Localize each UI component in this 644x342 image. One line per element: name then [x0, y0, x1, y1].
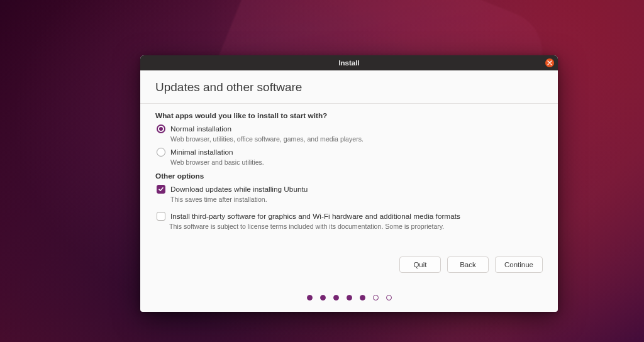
continue-button[interactable]: Continue — [495, 256, 543, 273]
checkbox-download-updates[interactable] — [157, 185, 165, 194]
radio-minimal-label: Minimal installation — [170, 148, 233, 157]
checkbox-third-party-desc: This software is subject to license term… — [155, 222, 543, 231]
radio-minimal-desc: Web browser and basic utilities. — [155, 158, 543, 167]
divider — [140, 103, 558, 104]
checkbox-third-party[interactable] — [157, 212, 165, 221]
progress-dot-4 — [347, 295, 352, 301]
progress-dot-6 — [373, 295, 379, 301]
close-button[interactable] — [545, 58, 554, 67]
progress-dot-7 — [386, 295, 392, 301]
radio-normal-installation[interactable] — [157, 124, 165, 133]
checkbox-third-party-label: Install third-party software for graphic… — [170, 212, 460, 221]
progress-dot-2 — [320, 295, 326, 301]
radio-normal-label: Normal installation — [170, 124, 231, 133]
checkbox-download-updates-row[interactable]: Download updates while installing Ubuntu — [155, 185, 543, 194]
checkbox-download-desc: This saves time after installation. — [155, 195, 543, 204]
close-icon — [547, 60, 552, 65]
radio-minimal-installation[interactable] — [157, 148, 165, 157]
checkmark-icon — [158, 186, 164, 192]
titlebar: Install — [140, 55, 558, 70]
dialog-content: Updates and other software What apps wou… — [140, 70, 558, 235]
progress-dot-3 — [333, 295, 339, 301]
progress-dot-1 — [307, 295, 313, 301]
radio-normal-installation-row[interactable]: Normal installation — [155, 124, 543, 133]
quit-button[interactable]: Quit — [399, 256, 441, 273]
page-title: Updates and other software — [155, 80, 543, 94]
progress-dots — [140, 295, 558, 301]
other-options-heading: Other options — [155, 172, 543, 180]
radio-normal-desc: Web browser, utilities, office software,… — [155, 135, 543, 143]
window-title: Install — [338, 59, 359, 67]
progress-dot-5 — [360, 295, 365, 301]
installer-dialog: Install Updates and other software What … — [140, 55, 558, 312]
checkbox-third-party-row[interactable]: Install third-party software for graphic… — [155, 212, 543, 221]
radio-minimal-installation-row[interactable]: Minimal installation — [155, 148, 543, 157]
back-button[interactable]: Back — [447, 256, 489, 273]
checkbox-download-label: Download updates while installing Ubuntu — [170, 185, 308, 194]
apps-question: What apps would you like to install to s… — [155, 111, 543, 120]
button-row: Quit Back Continue — [399, 256, 543, 273]
